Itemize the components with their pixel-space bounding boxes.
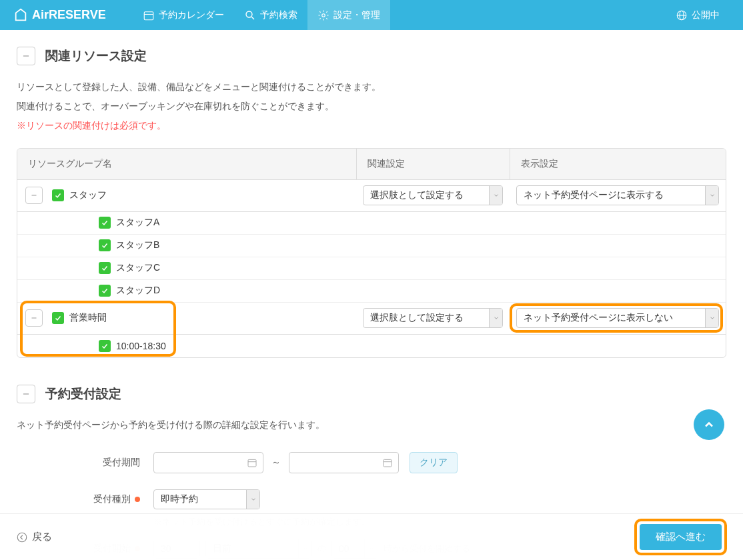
chevron-down-icon [493,315,500,321]
th-display: 表示設定 [510,149,726,179]
section1-title: 関連リソース設定 [45,47,147,65]
type-select[interactable]: 即時予約 [153,489,260,509]
check-icon [101,342,109,350]
group2-relation-select[interactable]: 選択肢として設定する [363,308,503,328]
group-row-staff: スタッフ 選択肢として設定する ネット予約受付ページに表示する [17,180,726,212]
calendar-icon [382,457,393,468]
item-label: 10:00-18:30 [116,341,166,351]
item-label: スタッフD [116,285,160,297]
svg-point-2 [246,11,252,17]
nav-calendar[interactable]: 予約カレンダー [133,0,234,30]
label-period: 受付期間 [17,457,153,469]
required-dot [135,497,140,502]
label-type: 受付種別 [17,493,153,505]
svg-rect-14 [384,459,392,467]
check-icon [101,287,109,295]
svg-rect-0 [144,11,153,19]
item-label: スタッフA [116,217,159,229]
group1-relation-select[interactable]: 選択肢として設定する [363,185,503,205]
form-row-period: 受付期間 ～ クリア [17,452,726,473]
check-icon [54,314,62,322]
globe-icon [676,9,688,21]
chevron-down-icon [493,192,500,199]
chevron-down-icon [250,496,257,503]
group1-display-select[interactable]: ネット予約受付ページに表示する [516,185,719,205]
th-group-name: リソースグループ名 [17,149,356,179]
scroll-top-button[interactable] [694,409,724,440]
group2-display-select[interactable]: ネット予約受付ページに表示しない [516,308,719,328]
minus-icon [21,389,31,399]
gear-icon [317,9,329,21]
header-bar: AirRESERVE 予約カレンダー 予約検索 設定・管理 公開中 [0,0,743,30]
group2-checkbox[interactable] [52,312,64,324]
date-to-input[interactable] [289,452,399,473]
group1-checkbox[interactable] [52,189,64,201]
sub-row: スタッフB [17,235,726,257]
section2-desc: ネット予約受付ページから予約を受け付ける際の詳細な設定を行います。 [17,417,726,433]
th-relation: 関連設定 [356,149,510,179]
svg-point-16 [17,533,27,542]
minus-icon [21,51,31,61]
calendar-icon [247,457,257,468]
item-checkbox[interactable] [99,217,111,229]
sub-row: スタッフC [17,257,726,280]
group1-collapse[interactable] [25,187,43,204]
nav-settings[interactable]: 設定・管理 [307,0,390,30]
logo[interactable]: AirRESERVE [13,8,106,23]
section1-desc-red: ※リソースの関連付けは必須です。 [17,117,726,134]
item-checkbox[interactable] [99,340,111,352]
sub-row: 10:00-18:30 [17,335,726,357]
item-checkbox[interactable] [99,262,111,274]
section2-title: 予約受付設定 [45,385,121,403]
nav-search[interactable]: 予約検索 [234,0,307,30]
group1-name: スタッフ [69,189,107,201]
section2-header: 予約受付設定 [17,385,726,403]
calendar-icon [143,9,155,21]
confirm-highlight: 確認へ進む [634,519,727,555]
check-icon [101,264,109,272]
section1-desc2: 関連付けることで、オーバーブッキングや在庫切れを防ぐことができます。 [17,98,726,115]
check-icon [54,191,62,199]
publish-status[interactable]: 公開中 [666,0,730,30]
tilde: ～ [271,457,281,469]
section2-collapse[interactable] [17,385,35,403]
sub-row: スタッフA [17,212,726,235]
section1-desc1: リソースとして登録した人、設備、備品などをメニューと関連付けることができます。 [17,79,726,95]
section1-collapse[interactable] [17,47,35,65]
chevron-down-icon [709,192,716,199]
form-row-type: 受付種別 即時予約 [17,489,726,509]
date-from-input[interactable] [153,452,263,473]
minus-icon [30,314,38,322]
chevron-up-icon [702,418,716,431]
back-button[interactable]: 戻る [16,531,52,543]
item-label: スタッフC [116,262,160,274]
item-checkbox[interactable] [99,285,111,297]
item-label: スタッフB [116,239,159,251]
check-icon [101,241,109,249]
resource-table: リソースグループ名 関連設定 表示設定 スタッフ 選択肢として設定する [17,148,726,358]
group2-name: 営業時間 [69,312,107,324]
sub-row: スタッフD [17,280,726,303]
clear-button[interactable]: クリア [410,452,458,473]
check-icon [101,219,109,227]
logo-icon [13,8,28,23]
section1-header: 関連リソース設定 [17,47,726,65]
confirm-button[interactable]: 確認へ進む [640,524,722,550]
svg-rect-12 [248,459,256,467]
item-checkbox[interactable] [99,239,111,251]
group2-collapse[interactable] [25,309,43,327]
minus-icon [30,191,38,199]
footer-bar: 戻る 確認へ進む [0,513,743,560]
search-icon [244,9,256,21]
svg-point-4 [321,13,325,17]
svg-line-3 [251,17,254,19]
chevron-down-icon [709,315,716,321]
back-arrow-icon [16,531,28,543]
group-row-hours: 営業時間 選択肢として設定する ネット予約受付ページに表示しない [17,303,726,335]
